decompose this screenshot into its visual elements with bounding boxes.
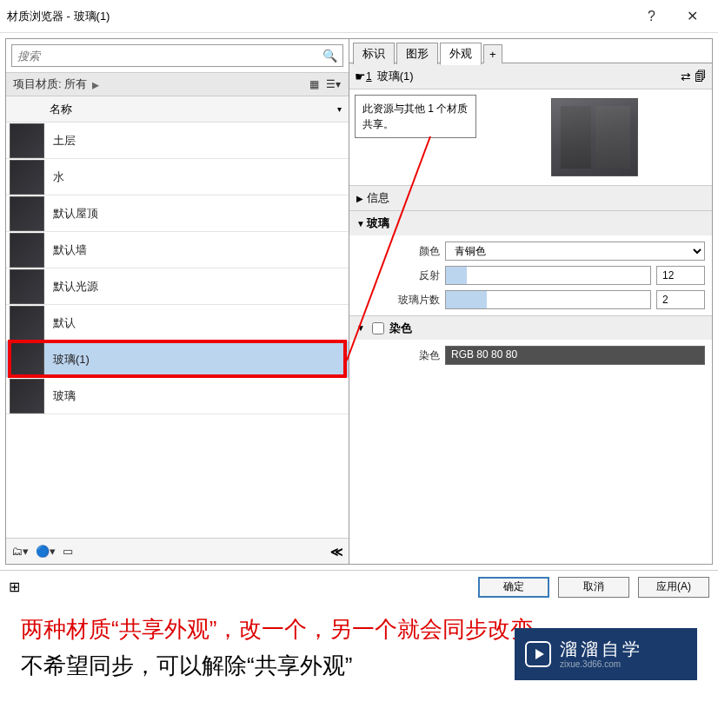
- color-select[interactable]: 青铜色: [445, 242, 705, 261]
- reflect-value[interactable]: [656, 266, 705, 285]
- section-info: ▶信息: [349, 185, 712, 210]
- logo-url: zixue.3d66.com: [560, 659, 643, 670]
- title-bar: 材质浏览器 - 玻璃(1) ? ✕: [0, 0, 718, 33]
- material-thumb: [10, 160, 44, 195]
- view-list-icon[interactable]: ☰▾: [324, 76, 342, 93]
- shared-asset-tooltip: 此资源与其他 1 个材质共享。: [355, 95, 476, 138]
- column-header[interactable]: 名称 ▾: [6, 96, 349, 122]
- collapse-icon: ▼: [356, 323, 367, 333]
- material-name: 玻璃: [53, 388, 76, 404]
- material-name: 默认墙: [53, 242, 87, 258]
- sheets-value[interactable]: [656, 290, 705, 309]
- material-thumb: [10, 342, 44, 377]
- asset-header: ☛ 1 玻璃(1) ⇄ 🗐: [349, 63, 712, 89]
- new-material-icon[interactable]: 🔵▾: [36, 545, 56, 558]
- play-icon: [525, 641, 551, 667]
- close-icon[interactable]: ✕: [673, 8, 711, 24]
- replace-asset-icon[interactable]: ⇄: [681, 69, 691, 83]
- window-title: 材质浏览器 - 玻璃(1): [7, 9, 648, 24]
- name-column-label: 名称: [50, 102, 72, 117]
- asset-hand-icon[interactable]: ☛: [355, 69, 366, 83]
- material-name: 玻璃(1): [53, 352, 90, 367]
- help-icon[interactable]: ?: [648, 9, 655, 24]
- material-name: 土层: [53, 133, 76, 149]
- material-name: 默认: [53, 315, 76, 331]
- material-row[interactable]: 玻璃: [6, 378, 349, 414]
- open-library-icon[interactable]: ▭: [63, 545, 73, 558]
- tint-checkbox[interactable]: [372, 322, 384, 334]
- project-materials-header[interactable]: 项目材质: 所有 ▸ ▦ ☰▾: [6, 72, 349, 96]
- material-row[interactable]: 默认: [6, 305, 349, 341]
- section-glass-header[interactable]: ▼玻璃: [349, 211, 712, 235]
- prop-sheets: 玻璃片数: [356, 288, 705, 312]
- material-list: 土层 水 默认屋顶 默认墙 默认光源 默认 玻璃(1) 玻璃: [6, 122, 349, 538]
- library-icon[interactable]: 🗂▾: [11, 545, 29, 558]
- search-input[interactable]: [17, 50, 322, 63]
- section-glass: ▼玻璃 颜色 青铜色 反射 玻璃片数: [349, 210, 712, 315]
- prop-color: 颜色 青铜色: [356, 239, 705, 263]
- material-row-selected[interactable]: 玻璃(1): [6, 341, 349, 378]
- cancel-button[interactable]: 取消: [558, 577, 629, 598]
- prop-tint-color: 染色 RGB 80 80 80: [356, 343, 705, 367]
- left-panel: 🔍 项目材质: 所有 ▸ ▦ ☰▾ 名称 ▾ 土层 水 默认屋顶 默认墙 默认光…: [6, 39, 349, 564]
- material-row[interactable]: 默认墙: [6, 232, 349, 268]
- dialog-footer: ⊞ 确定 取消 应用(A): [0, 570, 718, 603]
- search-icon[interactable]: 🔍: [322, 49, 337, 63]
- sort-dropdown-icon[interactable]: ▾: [337, 104, 342, 114]
- material-thumb: [10, 233, 44, 268]
- expand-icon: ▶: [356, 194, 367, 203]
- material-name: 水: [53, 169, 64, 185]
- search-box[interactable]: 🔍: [11, 44, 343, 67]
- left-toolbar: 🗂▾ 🔵▾ ▭ ≪: [6, 538, 349, 564]
- watermark-logo: 溜溜自学 zixue.3d66.com: [515, 628, 697, 680]
- logo-text: 溜溜自学: [560, 639, 643, 659]
- section-tint-header[interactable]: ▼ 染色: [349, 315, 712, 340]
- tint-color-label: 染色: [356, 348, 440, 363]
- material-row[interactable]: 默认光源: [6, 268, 349, 305]
- material-row[interactable]: 默认屋顶: [6, 195, 349, 232]
- duplicate-asset-icon[interactable]: 🗐: [695, 69, 707, 83]
- material-thumb: [10, 196, 44, 231]
- reflect-label: 反射: [356, 268, 440, 283]
- material-row[interactable]: 水: [6, 159, 349, 195]
- material-thumb: [10, 379, 44, 414]
- preview-image[interactable]: [482, 95, 707, 180]
- material-name: 默认光源: [53, 279, 98, 295]
- color-label: 颜色: [356, 244, 440, 259]
- tab-bar: 标识 图形 外观 +: [349, 39, 712, 63]
- material-thumb: [10, 269, 44, 304]
- tab-graphics[interactable]: 图形: [396, 43, 438, 64]
- asset-name: 玻璃(1): [377, 69, 414, 84]
- main-panel: 🔍 项目材质: 所有 ▸ ▦ ☰▾ 名称 ▾ 土层 水 默认屋顶 默认墙 默认光…: [5, 38, 713, 565]
- prop-reflect: 反射: [356, 263, 705, 288]
- view-grid-icon[interactable]: ▦: [305, 76, 322, 93]
- tab-add[interactable]: +: [483, 44, 502, 63]
- section-tint-body: 染色 RGB 80 80 80: [349, 340, 712, 371]
- collapse-icon[interactable]: ≪: [330, 545, 343, 559]
- tint-color-value[interactable]: RGB 80 80 80: [445, 346, 705, 365]
- preview-zone: 此资源与其他 1 个材质共享。: [349, 89, 712, 185]
- tab-identity[interactable]: 标识: [353, 43, 395, 64]
- ok-button[interactable]: 确定: [478, 577, 549, 598]
- material-thumb: [10, 306, 44, 341]
- project-header-label: 项目材质: 所有: [13, 76, 87, 92]
- material-name: 默认屋顶: [53, 206, 98, 222]
- asset-index: 1: [366, 70, 372, 83]
- tab-appearance[interactable]: 外观: [440, 43, 482, 65]
- material-row[interactable]: 土层: [6, 122, 349, 159]
- sheets-slider[interactable]: [445, 290, 651, 309]
- collapse-icon: ▼: [356, 219, 367, 228]
- apply-button[interactable]: 应用(A): [638, 577, 709, 598]
- section-info-header[interactable]: ▶信息: [349, 186, 712, 210]
- material-thumb: [10, 123, 44, 158]
- sheets-label: 玻璃片数: [356, 293, 440, 308]
- chevron-right-icon: ▸: [92, 76, 99, 93]
- reflect-slider[interactable]: [445, 266, 651, 285]
- asset-grid-icon[interactable]: ⊞: [9, 579, 20, 595]
- right-panel: 标识 图形 外观 + ☛ 1 玻璃(1) ⇄ 🗐 此资源与其他 1 个材质共享。…: [349, 39, 712, 564]
